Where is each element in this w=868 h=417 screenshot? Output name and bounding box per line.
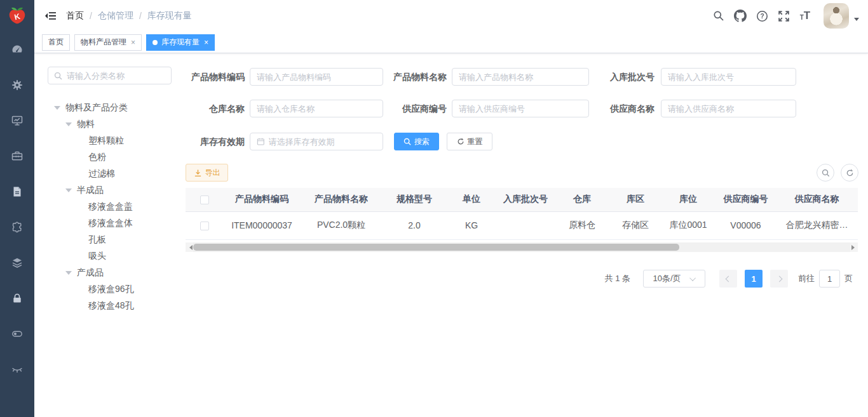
column-header-规格型号: 规格型号 xyxy=(383,188,446,211)
tree-node-色粉[interactable]: 色粉 xyxy=(48,149,187,166)
scrollbar-thumb[interactable] xyxy=(193,244,679,251)
tree-node-物料及产品分类[interactable]: 物料及产品分类 xyxy=(48,100,187,116)
refresh-icon xyxy=(457,138,465,145)
filter-input-产品物料编码[interactable] xyxy=(250,68,383,86)
filter-input-产品物料名称[interactable] xyxy=(452,68,589,86)
sidebar-item-switch[interactable] xyxy=(0,316,34,352)
filter-label-仓库名称: 仓库名称 xyxy=(177,100,245,117)
prev-page-button[interactable] xyxy=(719,270,737,288)
toggle-search-button[interactable] xyxy=(817,164,834,182)
scroll-right-arrow[interactable] xyxy=(850,242,858,252)
table-row[interactable]: ITEM00000037PVC2.0颗粒2.0KG原料仓存储区库位0001V00… xyxy=(186,211,858,239)
fullscreen-button[interactable] xyxy=(773,0,794,32)
reset-button[interactable]: 重置 xyxy=(447,133,492,150)
total-count: 共 1 条 xyxy=(605,273,630,284)
current-page-button[interactable]: 1 xyxy=(745,270,763,288)
eye-closed-icon xyxy=(11,363,24,376)
filter-input-供应商编号[interactable] xyxy=(452,100,589,117)
select-all-checkbox[interactable] xyxy=(200,195,209,204)
filter-label-date: 库存有效期 xyxy=(177,133,245,150)
filter-input-供应商名称[interactable] xyxy=(661,100,796,117)
caret-down-icon[interactable] xyxy=(65,271,72,275)
tree-node-移液盒盒体[interactable]: 移液盒盒体 xyxy=(48,215,187,232)
user-menu-caret-icon[interactable] xyxy=(854,18,859,23)
filter-label-供应商名称: 供应商名称 xyxy=(585,100,654,117)
tree-node-吸头[interactable]: 吸头 xyxy=(48,248,187,265)
user-avatar[interactable] xyxy=(824,3,849,29)
puzzle-icon xyxy=(11,221,24,234)
horizontal-scrollbar[interactable] xyxy=(186,242,858,252)
table-cell: 2.0 xyxy=(383,211,446,239)
tree-node-孔板[interactable]: 孔板 xyxy=(48,232,187,248)
tags-bar: 首页物料产品管理×库存现有量× xyxy=(34,32,868,53)
refresh-table-button[interactable] xyxy=(841,164,858,182)
sidebar-item-plugin[interactable] xyxy=(0,209,34,245)
tab-close-icon[interactable]: × xyxy=(204,39,208,46)
breadcrumb-home[interactable]: 首页 xyxy=(66,10,84,22)
gear-icon xyxy=(11,79,24,91)
next-page-button[interactable] xyxy=(770,270,788,288)
scrollbar-track[interactable] xyxy=(193,242,850,252)
help-button[interactable]: ? xyxy=(751,0,773,32)
sidebar-item-permission[interactable] xyxy=(0,281,34,316)
goto-page-input[interactable] xyxy=(819,270,840,288)
column-header-库区: 库区 xyxy=(610,188,661,211)
sidebar-item-layers[interactable] xyxy=(0,245,34,281)
github-link[interactable] xyxy=(729,0,751,32)
sidebar-item-job[interactable] xyxy=(0,138,34,174)
sidebar-item-document[interactable] xyxy=(0,174,34,209)
table-cell: PVC2.0颗粒 xyxy=(300,211,383,239)
header-actions: ? TT xyxy=(708,0,868,32)
tree-node-塑料颗粒[interactable]: 塑料颗粒 xyxy=(48,133,187,149)
font-size-icon: TT xyxy=(800,10,811,22)
page-size-select[interactable]: 10条/页 xyxy=(643,270,705,288)
table-cell: 库位0001 xyxy=(661,211,715,239)
table-tools xyxy=(817,164,858,182)
sidebar-item-system[interactable] xyxy=(0,67,34,103)
hamburger-icon xyxy=(44,10,57,22)
table-cell: KG xyxy=(446,211,497,239)
column-header-入库批次号: 入库批次号 xyxy=(497,188,554,211)
filter-input-入库批次号[interactable] xyxy=(661,68,796,86)
breadcrumb-separator: / xyxy=(90,11,92,21)
tab-物料产品管理[interactable]: 物料产品管理× xyxy=(74,34,142,51)
caret-down-icon[interactable] xyxy=(65,189,72,192)
strawberry-logo-icon: K xyxy=(6,5,28,27)
row-checkbox[interactable] xyxy=(200,222,209,230)
date-range-input[interactable] xyxy=(250,133,383,150)
svg-text:?: ? xyxy=(760,12,764,19)
caret-down-icon[interactable] xyxy=(54,106,60,110)
caret-down-icon[interactable] xyxy=(65,122,72,126)
help-icon: ? xyxy=(756,10,768,22)
tree-node-物料[interactable]: 物料 xyxy=(48,116,187,133)
app-logo[interactable]: K xyxy=(0,0,34,32)
sidebar-item-monitor-off[interactable] xyxy=(0,352,34,387)
scroll-left-arrow[interactable] xyxy=(186,242,193,252)
filter-input-仓库名称[interactable] xyxy=(250,100,383,117)
tree-node-移液盒盒盖[interactable]: 移液盒盒盖 xyxy=(48,199,187,215)
inventory-table: 产品物料编码产品物料名称规格型号单位入库批次号仓库库区库位供应商编号供应商名称I… xyxy=(186,188,858,240)
category-search-input[interactable] xyxy=(48,67,172,84)
search-button[interactable]: 搜索 xyxy=(394,133,439,150)
filter-label-入库批次号: 入库批次号 xyxy=(585,68,654,86)
tab-库存现有量[interactable]: 库存现有量× xyxy=(146,34,215,51)
export-button[interactable]: 导出 xyxy=(186,164,228,182)
toggle-icon xyxy=(11,328,24,340)
tab-首页[interactable]: 首页 xyxy=(42,34,70,51)
lock-icon xyxy=(11,292,24,305)
tree-node-半成品[interactable]: 半成品 xyxy=(48,182,187,199)
header-search-button[interactable] xyxy=(708,0,729,32)
sidebar-item-monitor[interactable] xyxy=(0,103,34,138)
font-size-button[interactable]: TT xyxy=(794,0,816,32)
sidebar-collapse-button[interactable] xyxy=(34,0,66,32)
tree-node-移液盒48孔[interactable]: 移液盒48孔 xyxy=(48,298,187,314)
refresh-icon xyxy=(846,169,854,177)
column-header-库位: 库位 xyxy=(661,188,715,211)
column-header-产品物料编码: 产品物料编码 xyxy=(224,188,300,211)
tree-node-移液盒96孔[interactable]: 移液盒96孔 xyxy=(48,281,187,298)
tree-node-过滤棉[interactable]: 过滤棉 xyxy=(48,166,187,182)
tab-close-icon[interactable]: × xyxy=(131,39,135,46)
sidebar: K xyxy=(0,0,34,417)
sidebar-item-dashboard[interactable] xyxy=(0,32,34,67)
tree-node-产成品[interactable]: 产成品 xyxy=(48,265,187,281)
